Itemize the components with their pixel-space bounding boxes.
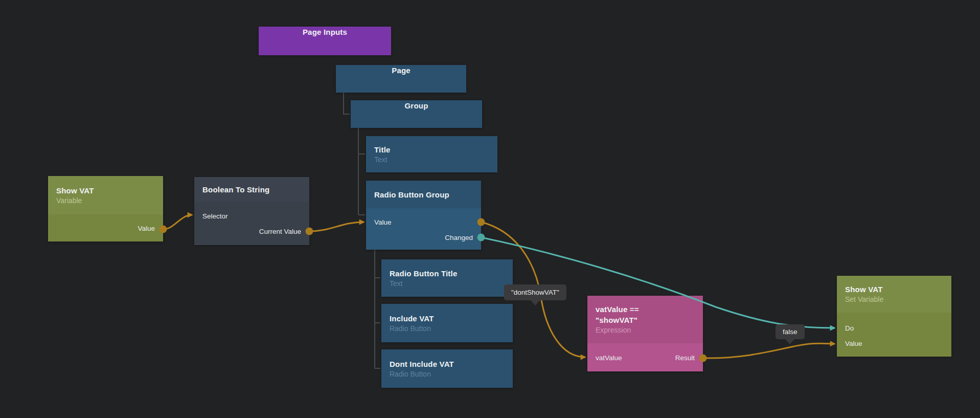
node-expression-title: vatValue == "showVAT" (596, 304, 695, 325)
node-show-vat-variable-subtitle: Variable (56, 196, 155, 206)
node-title-subtitle: Text (374, 155, 489, 165)
node-radio-button-group-title: Radio Button Group (374, 189, 449, 200)
node-show-vat-variable[interactable]: Show VAT Variable Value (48, 176, 163, 241)
port-expression-row[interactable]: vatValue Result (587, 350, 703, 365)
node-include-vat-title: Include VAT (390, 313, 505, 324)
node-page-inputs[interactable]: Page Inputs (259, 27, 391, 55)
node-show-vat-set-subtitle: Set Variable (845, 295, 943, 304)
node-dont-include-vat-subtitle: Radio Button (390, 369, 505, 379)
connection-value-text: false (783, 328, 797, 336)
node-page[interactable]: Page (336, 65, 466, 93)
port-set-do-label: Do (845, 324, 854, 332)
node-boolean-to-string-title: Boolean To String (202, 184, 269, 195)
node-page-inputs-title: Page Inputs (303, 27, 347, 37)
node-boolean-to-string[interactable]: Boolean To String Selector Current Value (194, 177, 309, 245)
port-rbg-value-label: Value (374, 218, 392, 226)
connection-value-label-false: false (776, 324, 805, 339)
node-show-vat-set-title: Show VAT (845, 284, 943, 295)
node-editor-canvas[interactable]: Page Inputs Page Group Title Text Radio … (0, 0, 980, 418)
node-group-title: Group (405, 100, 428, 111)
wire-current-value-to-rbg-value[interactable] (309, 222, 364, 231)
node-page-title: Page (392, 65, 411, 76)
node-show-vat-variable-title: Show VAT (56, 185, 155, 196)
port-rbg-changed-label: Changed (445, 234, 473, 241)
node-group[interactable]: Group (351, 100, 482, 128)
node-include-vat[interactable]: Include VAT Radio Button (381, 304, 513, 342)
node-dont-include-vat[interactable]: Dont Include VAT Radio Button (381, 349, 513, 388)
port-set-value-label: Value (845, 340, 862, 347)
node-radio-button-title-subtitle: Text (390, 279, 505, 289)
port-variable-value-label: Value (138, 225, 155, 232)
tree-line-page-group (344, 93, 350, 114)
tree-line-group-children (358, 128, 365, 215)
port-bts-current-value[interactable]: Current Value (194, 224, 309, 239)
port-expression-result-label: Result (675, 354, 695, 362)
node-radio-button-title-title: Radio Button Title (390, 268, 505, 279)
port-variable-value[interactable]: Value (48, 221, 163, 236)
node-expression-ports: vatValue Result (587, 343, 703, 371)
node-dont-include-vat-title: Dont Include VAT (390, 359, 505, 369)
port-expression-vatvalue-label: vatValue (596, 354, 622, 362)
port-set-do[interactable]: Do (837, 320, 951, 336)
node-show-vat-set-ports: Do Value (837, 313, 951, 357)
port-rbg-changed[interactable]: Changed (366, 230, 481, 245)
node-radio-button-group[interactable]: Radio Button Group Value Changed (366, 181, 481, 250)
node-expression[interactable]: vatValue == "showVAT" Expression vatValu… (587, 296, 703, 371)
node-boolean-to-string-ports: Selector Current Value (194, 202, 309, 245)
node-radio-button-title[interactable]: Radio Button Title Text (381, 259, 513, 297)
port-bts-selector-label: Selector (202, 212, 228, 220)
node-show-vat-set-variable[interactable]: Show VAT Set Variable Do Value (837, 276, 951, 357)
node-title[interactable]: Title Text (366, 136, 497, 172)
port-bts-current-value-label: Current Value (259, 228, 301, 235)
wire-variable-value-to-selector[interactable] (163, 215, 192, 229)
node-include-vat-subtitle: Radio Button (390, 324, 505, 334)
tree-line-rbg-children (375, 250, 380, 368)
node-title-title: Title (374, 144, 489, 155)
connection-value-text: "dontShowVAT" (511, 289, 559, 296)
connection-value-label-dontshowvat: "dontShowVAT" (504, 284, 566, 300)
wire-expression-result-to-set-value[interactable] (703, 343, 835, 358)
port-set-value[interactable]: Value (837, 336, 951, 351)
node-show-vat-variable-ports: Value (48, 214, 163, 241)
port-bts-selector[interactable]: Selector (194, 208, 309, 224)
node-expression-subtitle: Expression (596, 325, 695, 335)
port-rbg-value[interactable]: Value (366, 214, 481, 230)
node-radio-button-group-ports: Value Changed (366, 208, 481, 250)
